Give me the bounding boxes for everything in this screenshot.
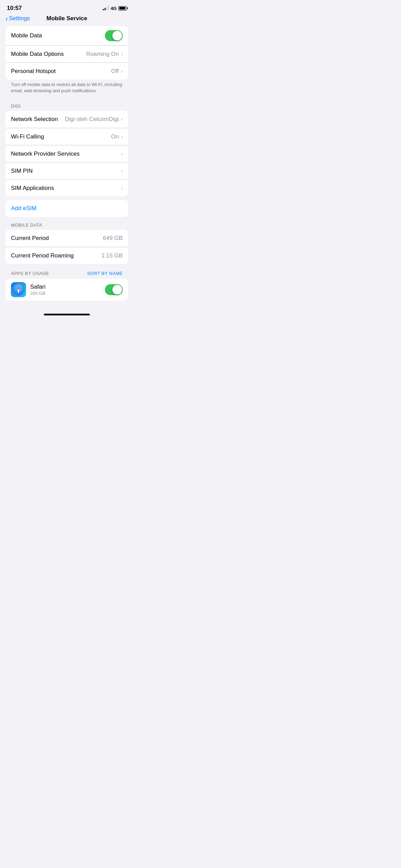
add-esim-item[interactable]: Add eSIM [5,200,128,217]
status-bar: 10:57 4G [0,0,134,14]
sim-applications-item[interactable]: SIM Applications › [5,179,128,196]
network-provider-services-label: Network Provider Services [11,150,80,157]
safari-app-size: 260 GB [30,291,101,296]
safari-info: Safari 260 GB [30,284,101,296]
svg-point-5 [18,289,19,290]
home-indicator [0,311,134,317]
mobile-data-options-value: Roaming On [86,51,119,58]
personal-hotspot-label: Personal Hotspot [11,68,56,75]
digi-section: DIGI Network Selection Digi oleh CelcomD… [5,104,128,196]
sim-applications-right: › [121,185,123,191]
mobile-data-section: Mobile Data Mobile Data Options Roaming … [5,26,128,98]
mobile-data-options-label: Mobile Data Options [11,51,64,58]
sim-pin-label: SIM PIN [11,168,33,174]
mobile-data-stats-section: MOBILE DATA Current Period 649 GB Curren… [5,222,128,264]
personal-hotspot-right: Off › [111,68,123,75]
sim-applications-label: SIM Applications [11,185,54,192]
digi-card: Network Selection Digi oleh CelcomDigi ›… [5,111,128,196]
page-title: Mobile Service [46,15,87,22]
add-esim-label: Add eSIM [11,205,37,212]
signal-bars-icon [103,6,109,10]
chevron-right-icon: › [121,116,123,122]
back-label: Settings [9,15,30,22]
mobile-data-stats-card: Current Period 649 GB Current Period Roa… [5,230,128,264]
safari-compass-svg [12,284,25,296]
network-provider-services-right: › [121,151,123,157]
content: Mobile Data Mobile Data Options Roaming … [0,26,134,301]
current-period-roaming-label: Current Period Roaming [11,252,74,259]
network-provider-services-item[interactable]: Network Provider Services › [5,145,128,162]
current-period-value: 649 GB [103,235,123,242]
mobile-data-note: Turn off mobile data to restrict all dat… [5,80,128,98]
wifi-calling-value: On [111,133,119,140]
home-bar [44,314,90,315]
current-period-roaming-item: Current Period Roaming 1.15 GB [5,247,128,264]
network-selection-label: Network Selection [11,116,58,123]
sim-pin-right: › [121,168,123,174]
mobile-data-label: Mobile Data [11,32,42,39]
apps-by-usage-header: APPS BY USAGE SORT BY NAME [5,267,128,279]
chevron-right-icon: › [121,168,123,174]
wifi-calling-right: On › [111,133,123,140]
mobile-data-options-item[interactable]: Mobile Data Options Roaming On › [5,45,128,62]
toggle-knob [112,31,122,40]
current-period-label: Current Period [11,235,49,242]
sim-pin-item[interactable]: SIM PIN › [5,162,128,179]
network-selection-item[interactable]: Network Selection Digi oleh CelcomDigi › [5,111,128,128]
safari-toggle-knob [112,285,122,294]
apps-by-usage-label: APPS BY USAGE [11,271,49,276]
sort-by-name-button[interactable]: SORT BY NAME [87,271,123,276]
personal-hotspot-item[interactable]: Personal Hotspot Off › [5,62,128,80]
esim-card: Add eSIM [5,200,128,217]
mobile-data-toggle[interactable] [105,30,123,41]
chevron-right-icon: › [121,51,123,57]
battery-icon [118,6,127,11]
digi-section-label: DIGI [5,104,128,109]
chevron-right-icon: › [121,68,123,74]
status-icons: 4G [103,6,127,11]
chevron-right-icon: › [121,134,123,140]
network-selection-right: Digi oleh CelcomDigi › [65,116,123,123]
network-selection-value: Digi oleh CelcomDigi [65,116,119,123]
personal-hotspot-value: Off [111,68,119,75]
nav-bar: ‹ Settings Mobile Service [0,14,134,26]
safari-toggle[interactable] [105,284,123,295]
safari-app-item[interactable]: Safari 260 GB [5,279,128,301]
back-button[interactable]: ‹ Settings [5,15,30,23]
back-chevron-icon: ‹ [5,15,8,23]
safari-app-name: Safari [30,284,101,290]
mobile-data-options-right: Roaming On › [86,51,123,58]
wifi-calling-item[interactable]: Wi-Fi Calling On › [5,128,128,145]
status-time: 10:57 [7,5,22,12]
mobile-data-item[interactable]: Mobile Data [5,26,128,45]
mobile-data-card: Mobile Data Mobile Data Options Roaming … [5,26,128,80]
mobile-data-stats-label: MOBILE DATA [5,222,128,228]
wifi-calling-label: Wi-Fi Calling [11,133,44,140]
chevron-right-icon: › [121,151,123,157]
safari-icon [11,282,26,297]
current-period-item: Current Period 649 GB [5,230,128,247]
chevron-right-icon: › [121,185,123,191]
network-type: 4G [111,6,117,11]
current-period-roaming-value: 1.15 GB [101,252,123,259]
esim-section: Add eSIM [5,200,128,217]
